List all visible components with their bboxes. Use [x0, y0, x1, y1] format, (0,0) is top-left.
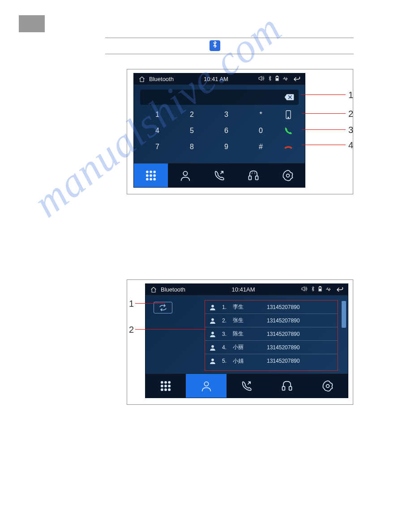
contact-name: 张生 [233, 317, 261, 324]
dialer-screen: Bluetooth 10:41 AM 1 2 3 * [133, 73, 305, 188]
call-hangup-icon[interactable] [278, 140, 299, 154]
svg-point-29 [161, 385, 163, 387]
status-time: 10:41AM [231, 286, 255, 293]
callout-line-2 [135, 329, 206, 330]
svg-point-30 [165, 385, 167, 387]
bluetooth-icon [210, 40, 220, 51]
svg-point-14 [183, 171, 187, 175]
svg-rect-16 [256, 176, 258, 180]
scrollbar-thumb[interactable] [342, 301, 346, 328]
nav-dialpad[interactable] [146, 374, 186, 398]
usb-icon [325, 287, 332, 293]
svg-rect-36 [283, 386, 285, 390]
contact-index: 5. [222, 358, 227, 364]
svg-point-8 [146, 174, 149, 176]
svg-point-26 [161, 381, 163, 383]
status-bar: Bluetooth 10:41 AM [134, 73, 305, 85]
number-display [140, 90, 299, 105]
nav-call-log[interactable] [227, 374, 267, 398]
svg-point-33 [165, 388, 167, 390]
callout-1: 1 [129, 299, 134, 309]
status-bar: Bluetooth 10:41AM [146, 284, 348, 296]
key-4[interactable]: 4 [140, 124, 175, 138]
key-1[interactable]: 1 [140, 107, 175, 122]
callout-4: 4 [348, 140, 353, 150]
svg-point-25 [211, 359, 214, 361]
person-icon [210, 331, 216, 337]
callout-line-1 [135, 303, 165, 304]
key-8[interactable]: 8 [175, 140, 209, 154]
contact-row[interactable]: 4. 小丽 13145207890 [205, 341, 338, 354]
svg-point-9 [150, 174, 152, 176]
key-hash[interactable]: # [244, 140, 278, 154]
contact-phone: 13145207890 [267, 304, 300, 310]
key-3[interactable]: 3 [209, 107, 244, 122]
contact-phone: 13145207890 [267, 344, 300, 351]
contact-row[interactable]: 5. 小娟 13145207890 [205, 354, 338, 368]
svg-rect-15 [249, 176, 252, 180]
contact-name: 小丽 [233, 343, 261, 351]
nav-contacts[interactable] [168, 163, 202, 187]
contact-name: 小娟 [233, 357, 261, 365]
nav-dialpad[interactable] [134, 163, 168, 187]
svg-rect-37 [289, 386, 292, 390]
svg-point-5 [146, 171, 149, 173]
svg-point-10 [154, 174, 156, 176]
svg-point-38 [326, 384, 329, 387]
svg-point-13 [154, 178, 156, 180]
svg-point-4 [288, 117, 289, 118]
callout-line-3 [302, 129, 346, 130]
callout-2: 2 [129, 325, 134, 335]
key-star[interactable]: * [244, 107, 278, 122]
contact-phone: 13145207890 [267, 358, 300, 364]
backspace-icon[interactable] [284, 94, 294, 101]
phone-device-icon[interactable] [278, 107, 299, 122]
back-icon[interactable] [335, 286, 343, 293]
nav-settings[interactable] [271, 163, 305, 187]
back-icon[interactable] [292, 76, 300, 82]
contact-row[interactable]: 1. 李生 13145207890 [205, 300, 338, 314]
svg-point-28 [168, 381, 171, 383]
callout-line-4 [302, 145, 346, 145]
home-icon[interactable] [150, 287, 157, 293]
nav-contacts[interactable] [186, 374, 226, 398]
svg-point-6 [150, 171, 152, 173]
nav-call-log[interactable] [202, 163, 236, 187]
callout-3: 3 [348, 125, 353, 135]
page-margin-block [19, 15, 45, 32]
contact-name: 李生 [233, 303, 261, 311]
svg-point-34 [168, 388, 171, 390]
person-icon [210, 344, 216, 351]
nav-music[interactable] [236, 163, 270, 187]
key-0[interactable]: 0 [244, 124, 278, 138]
svg-point-35 [204, 382, 208, 386]
key-5[interactable]: 5 [175, 124, 209, 138]
svg-point-11 [146, 178, 149, 180]
contact-phone: 13145207890 [267, 331, 300, 337]
contact-index: 1. [222, 304, 227, 310]
keypad-grid: 1 2 3 * 4 5 6 0 7 8 9 # [134, 107, 305, 154]
call-answer-icon[interactable] [278, 124, 299, 138]
svg-rect-2 [276, 78, 278, 80]
svg-point-23 [211, 331, 214, 334]
nav-music[interactable] [267, 374, 307, 398]
person-icon [210, 317, 216, 324]
svg-rect-1 [277, 76, 278, 77]
person-icon [210, 304, 216, 310]
battery-icon [275, 76, 279, 82]
contact-row[interactable]: 2. 张生 13145207890 [205, 314, 338, 327]
callout-1: 1 [348, 90, 353, 100]
volume-icon [301, 286, 308, 293]
contact-row[interactable]: 3. 陈生 13145207890 [205, 327, 338, 341]
key-6[interactable]: 6 [209, 124, 244, 138]
key-9[interactable]: 9 [209, 140, 244, 154]
key-2[interactable]: 2 [175, 107, 209, 122]
key-7[interactable]: 7 [140, 140, 175, 154]
figure-1: Bluetooth 10:41 AM 1 2 3 * [127, 69, 353, 194]
home-icon[interactable] [138, 76, 146, 82]
contact-name: 陈生 [233, 330, 261, 338]
status-title: Bluetooth [161, 286, 185, 293]
svg-rect-20 [319, 289, 321, 291]
nav-settings[interactable] [308, 374, 348, 398]
callout-2: 2 [348, 109, 353, 119]
